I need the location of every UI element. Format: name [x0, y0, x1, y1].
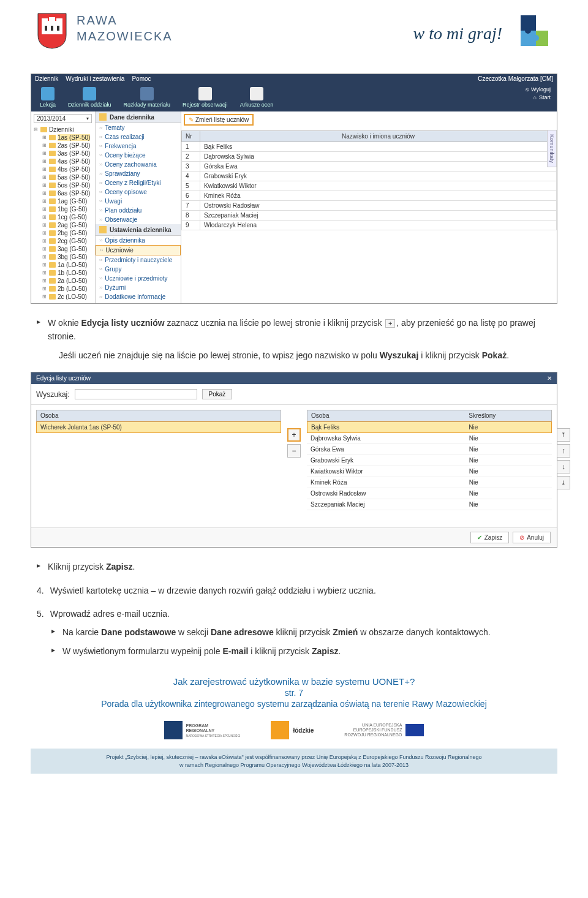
svg-point-11 [525, 28, 531, 34]
tree-item[interactable]: ⊞3bg (G-50) [42, 253, 92, 261]
step-text: Wyświetl kartotekę ucznia – w drzewie da… [50, 584, 376, 597]
tree-item[interactable]: ⊞3ag (G-50) [42, 245, 92, 253]
list-item[interactable]: Bąk FeliksNie [307, 421, 552, 433]
folder-icon [49, 278, 56, 284]
menu-dziennik[interactable]: Dziennik [35, 75, 58, 82]
tree-item[interactable]: ⊞2ag (G-50) [42, 221, 92, 229]
start-link[interactable]: ⌂Start [526, 94, 551, 102]
table-row[interactable]: 3Górska Ewa [182, 162, 557, 172]
nav-item[interactable]: ››Frekwencja [96, 141, 181, 151]
tb-lekcja[interactable]: Lekcja [34, 86, 62, 109]
move-up-button[interactable]: ↑ [557, 444, 570, 458]
list-item[interactable]: Górska EwaNie [307, 444, 552, 455]
tree-item[interactable]: ⊞4as (SP-50) [42, 157, 92, 165]
tree-item[interactable]: ⊞1b (LO-50) [42, 269, 92, 277]
tree-item[interactable]: ⊞2c (LO-50) [42, 293, 92, 301]
plus-icon: + [385, 319, 395, 328]
tb-rejestr[interactable]: Rejestr obserwacji [176, 86, 234, 109]
list-item[interactable]: Kminek RóżaNie [307, 477, 552, 488]
tree-item[interactable]: ⊞1a (LO-50) [42, 261, 92, 269]
arrow-icon: ›› [99, 125, 102, 130]
nav-item[interactable]: ››Czas realizacji [96, 132, 181, 141]
nav-item[interactable]: ››Plan oddziału [96, 206, 181, 215]
tree-item[interactable]: ⊞1cg (G-50) [42, 213, 92, 221]
move-bottom-button[interactable]: ⤓ [557, 476, 570, 489]
move-top-button[interactable]: ⤒ [557, 428, 570, 442]
tree-item[interactable]: ⊞1as (SP-50) [42, 134, 92, 141]
username: Czeczotka Małgorzata [CM] [478, 75, 553, 82]
nav-item[interactable]: ››Oceny zachowania [96, 160, 181, 169]
dialog-title: Edycja listy uczniów ✕ [31, 372, 557, 384]
table-row[interactable]: 4Grabowski Eryk [182, 172, 557, 181]
tree-item[interactable]: ⊞1ag (G-50) [42, 197, 92, 205]
add-button[interactable]: + [287, 428, 301, 442]
contact-icon [198, 87, 212, 100]
remove-button[interactable]: − [287, 444, 301, 458]
nav-item[interactable]: ››Opis dziennika [96, 236, 181, 245]
expand-icon: ⊞ [42, 270, 47, 276]
nav-item[interactable]: ››Uwagi [96, 197, 181, 206]
table-row[interactable]: 5Kwiatkowski Wiktor [182, 181, 557, 191]
komunikaty-tab[interactable]: Komunikaty [547, 130, 557, 167]
tree-item[interactable]: ⊞6as (SP-50) [42, 189, 92, 197]
tree-item[interactable]: ⊞5as (SP-50) [42, 173, 92, 181]
col-name: Nazwisko i imiona uczniów [200, 131, 557, 142]
tb-dziennik[interactable]: Dziennik oddziału [62, 86, 118, 109]
year-select[interactable]: 2013/2014▾ [34, 114, 92, 123]
main-column: ✎Zmień listę uczniów Nr Nazwisko i imion… [181, 111, 557, 303]
move-down-button[interactable]: ↓ [557, 460, 570, 474]
list-item[interactable]: Grabowski ErykNie [307, 455, 552, 466]
menu-pomoc[interactable]: Pomoc [132, 75, 151, 82]
table-row[interactable]: 7Ostrowski Radosław [182, 201, 557, 211]
close-icon[interactable]: ✕ [547, 375, 552, 382]
tree-item[interactable]: ⊞3as (SP-50) [42, 149, 92, 157]
nav-item[interactable]: ››Uczniowie i przedmioty [96, 274, 181, 283]
arrow-icon: ›› [99, 134, 102, 140]
zmien-liste-button[interactable]: ✎Zmień listę uczniów [184, 114, 254, 126]
nav-item[interactable]: ››Przedmioty i nauczyciele [96, 255, 181, 265]
dane-dziennika-hdr: Dane dziennika [96, 111, 181, 123]
tree-item[interactable]: ⊞5os (SP-50) [42, 181, 92, 189]
tree-item[interactable]: ⊞1bg (G-50) [42, 205, 92, 213]
nav-item[interactable]: ››Sprawdziany [96, 169, 181, 178]
nav-item[interactable]: ››Dodatkowe informacje [96, 292, 181, 301]
list-item[interactable]: Szczepaniak MaciejNie [307, 499, 552, 510]
nav-item[interactable]: ››Grupy [96, 265, 181, 274]
nav-item[interactable]: ››Dyżurni [96, 283, 181, 292]
tree-root[interactable]: ⊟Dzienniki [34, 126, 92, 134]
table-row[interactable]: 6Kminek Róża [182, 191, 557, 201]
svg-rect-1 [42, 18, 48, 23]
anuluj-button[interactable]: ⊘Anuluj [513, 532, 551, 543]
nav-item[interactable]: ››Obserwacje [96, 215, 181, 224]
zapisz-button[interactable]: ✔Zapisz [470, 532, 509, 543]
table-row[interactable]: 2Dąbrowska Sylwia [182, 152, 557, 162]
tree-item[interactable]: ⊞2bg (G-50) [42, 229, 92, 237]
ustawienia-hdr: Ustawienia dziennika [96, 224, 181, 236]
table-row[interactable]: 9Włodarczyk Helena [182, 221, 557, 230]
nav-item[interactable]: ››Oceny opisowe [96, 187, 181, 197]
arrow-icon: ›› [99, 171, 102, 176]
left-selected-row[interactable]: Wicherek Jolanta 1as (SP-50) [36, 421, 281, 433]
tb-arkusze[interactable]: Arkusze ocen [234, 86, 280, 109]
list-item[interactable]: Ostrowski RadosławNie [307, 488, 552, 499]
logout-link[interactable]: ⎋Wyloguj [526, 86, 551, 94]
footer-page: str. 7 [31, 688, 557, 698]
pokaz-button[interactable]: Pokaż [202, 389, 233, 399]
tree-item[interactable]: ⊞2cg (G-50) [42, 237, 92, 245]
list-item[interactable]: Kwiatkowski WiktorNie [307, 466, 552, 477]
nav-item[interactable]: ››Oceny bieżące [96, 151, 181, 160]
tree-item[interactable]: ⊞2as (SP-50) [42, 141, 92, 149]
table-row[interactable]: 8Szczepaniak Maciej [182, 211, 557, 221]
tb-rozklady[interactable]: Rozkłady materiału [118, 86, 177, 109]
nav-item[interactable]: ››Tematy [96, 123, 181, 132]
table-row[interactable]: 1Bąk Feliks [182, 142, 557, 152]
tree-item[interactable]: ⊞2a (LO-50) [42, 277, 92, 285]
nav-item[interactable]: ››Uczniowie [96, 245, 181, 255]
tree-item[interactable]: ⊞4bs (SP-50) [42, 165, 92, 173]
menu-wydruki[interactable]: Wydruki i zestawienia [66, 75, 124, 82]
list-item[interactable]: Dąbrowska SylwiaNie [307, 433, 552, 444]
search-input[interactable] [75, 389, 197, 399]
nav-item[interactable]: ››Oceny z Religii/Etyki [96, 178, 181, 187]
tree-item[interactable]: ⊞2b (LO-50) [42, 285, 92, 293]
folder-icon [49, 286, 56, 292]
